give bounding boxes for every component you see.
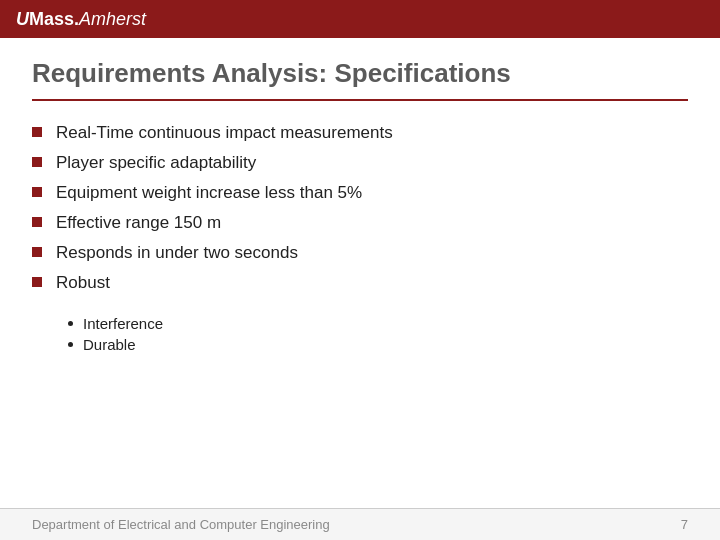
list-item: Responds in under two seconds — [32, 243, 688, 263]
list-item-text: Real-Time continuous impact measurements — [56, 123, 393, 143]
footer-department: Department of Electrical and Computer En… — [32, 517, 330, 532]
page-title: Requirements Analysis: Specifications — [32, 58, 688, 89]
bullet-icon — [32, 217, 42, 227]
bullet-icon — [32, 127, 42, 137]
logo-mass: Mass. — [29, 9, 79, 29]
logo-u: U — [16, 9, 29, 29]
title-divider — [32, 99, 688, 101]
list-item: Equipment weight increase less than 5% — [32, 183, 688, 203]
list-item: Real-Time continuous impact measurements — [32, 123, 688, 143]
bullet-icon — [32, 187, 42, 197]
sub-list-item: Interference — [68, 315, 688, 332]
header-bar: UMass.Amherst — [0, 0, 720, 38]
list-item: Player specific adaptability — [32, 153, 688, 173]
list-item-text: Player specific adaptability — [56, 153, 256, 173]
footer-page-number: 7 — [681, 517, 688, 532]
sub-bullet-icon — [68, 321, 73, 326]
sub-bullet-list: Interference Durable — [68, 315, 688, 353]
list-item: Robust — [32, 273, 688, 293]
list-item-text: Robust — [56, 273, 110, 293]
bullet-icon — [32, 247, 42, 257]
university-logo: UMass.Amherst — [16, 9, 146, 30]
list-item-text: Equipment weight increase less than 5% — [56, 183, 362, 203]
bullet-icon — [32, 157, 42, 167]
sub-list-item-text: Interference — [83, 315, 163, 332]
list-item-text: Responds in under two seconds — [56, 243, 298, 263]
sub-list-item: Durable — [68, 336, 688, 353]
sub-list-item-text: Durable — [83, 336, 136, 353]
footer: Department of Electrical and Computer En… — [0, 508, 720, 540]
logo-amherst: Amherst — [79, 9, 146, 29]
list-item-text: Effective range 150 m — [56, 213, 221, 233]
main-bullet-list: Real-Time continuous impact measurements… — [32, 123, 688, 293]
main-content: Requirements Analysis: Specifications Re… — [0, 38, 720, 377]
list-item: Effective range 150 m — [32, 213, 688, 233]
sub-bullet-icon — [68, 342, 73, 347]
bullet-icon — [32, 277, 42, 287]
